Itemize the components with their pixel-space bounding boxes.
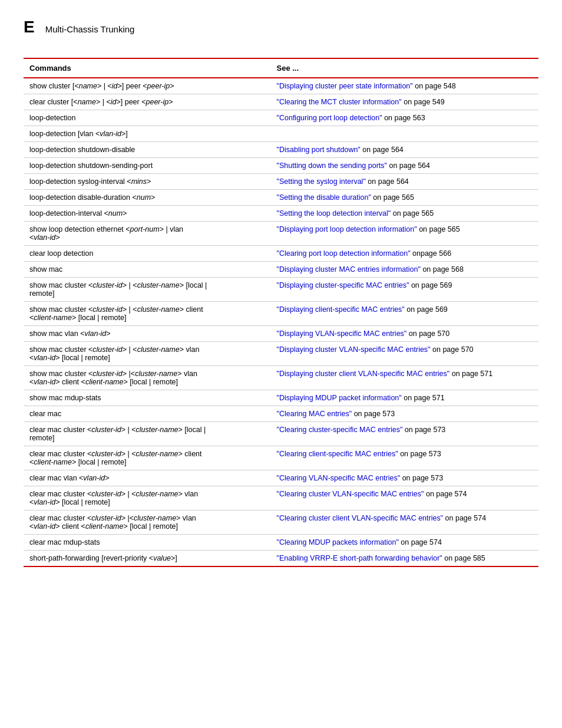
see-cell: "Displaying MDUP packet information" on …	[271, 390, 538, 406]
see-link[interactable]: "Clearing client-specific MAC entries"	[277, 450, 398, 458]
see-link[interactable]: "Setting the disable duration"	[277, 193, 371, 202]
table-row: show mac cluster <cluster-id> | <cluster…	[24, 342, 538, 366]
table-row: loop-detection"Configuring port loop det…	[24, 110, 538, 126]
see-link[interactable]: "Clearing cluster-specific MAC entries"	[277, 426, 403, 434]
command-cell: show mac vlan <vlan-id>	[24, 326, 271, 342]
see-link[interactable]: "Displaying cluster MAC entries informat…	[277, 265, 421, 274]
table-row: clear mac vlan <vlan-id>"Clearing VLAN-s…	[24, 470, 538, 486]
table-row: clear mac cluster <cluster-id> |<cluster…	[24, 510, 538, 535]
see-link[interactable]: "Enabling VRRP-E short-path forwarding b…	[277, 554, 442, 562]
table-row: short-path-forwarding [revert-priority <…	[24, 551, 538, 567]
see-link[interactable]: "Clearing cluster client VLAN-specific M…	[277, 514, 444, 522]
see-cell: "Enabling VRRP-E short-path forwarding b…	[271, 551, 538, 567]
see-cell: "Setting the syslog interval" on page 56…	[271, 174, 538, 190]
table-header: Commands See ...	[24, 58, 538, 78]
see-link[interactable]: "Clearing cluster VLAN-specific MAC entr…	[277, 490, 424, 498]
command-cell: clear mac cluster <cluster-id> | <cluste…	[24, 422, 271, 446]
see-cell: "Clearing cluster VLAN-specific MAC entr…	[271, 486, 538, 510]
table-row: loop-detection [vlan <vlan-id>]	[24, 126, 538, 142]
command-cell: loop-detection shutdown-disable	[24, 142, 271, 158]
command-cell: clear mac	[24, 406, 271, 422]
table-row: show cluster [<name> | <id>] peer <peer-…	[24, 78, 538, 94]
see-link[interactable]: "Displaying cluster VLAN-specific MAC en…	[277, 345, 431, 354]
see-cell: "Clearing MDUP packets information" on p…	[271, 535, 538, 551]
col-see-header: See ...	[271, 58, 538, 78]
table-row: show mac cluster <cluster-id> |<cluster-…	[24, 366, 538, 390]
see-cell: "Clearing the MCT cluster information" o…	[271, 94, 538, 110]
chapter-letter: E	[24, 18, 35, 37]
see-cell: "Setting the loop detection interval" on…	[271, 206, 538, 222]
see-link[interactable]: "Clearing port loop detection informatio…	[277, 249, 411, 258]
see-link[interactable]: "Clearing MAC entries"	[277, 410, 352, 418]
see-cell: "Configuring port loop detection" on pag…	[271, 110, 538, 126]
table-row: clear mac cluster <cluster-id> | <cluste…	[24, 446, 538, 470]
commands-table: Commands See ... show cluster [<name> | …	[24, 58, 538, 567]
see-cell: "Displaying cluster-specific MAC entries…	[271, 278, 538, 302]
see-cell	[271, 126, 538, 142]
table-row: show mac cluster <cluster-id> | <cluster…	[24, 302, 538, 326]
command-cell: clear mac cluster <cluster-id> | <cluste…	[24, 486, 271, 510]
command-cell: loop-detection	[24, 110, 271, 126]
see-link[interactable]: "Setting the syslog interval"	[277, 177, 366, 186]
table-row: show mac mdup-stats"Displaying MDUP pack…	[24, 390, 538, 406]
see-cell: "Displaying cluster client VLAN-specific…	[271, 366, 538, 390]
table-body: show cluster [<name> | <id>] peer <peer-…	[24, 78, 538, 566]
see-link[interactable]: "Displaying client-specific MAC entries"	[277, 305, 405, 314]
see-link[interactable]: "Shutting down the sending ports"	[277, 162, 387, 170]
table-row: show mac"Displaying cluster MAC entries …	[24, 262, 538, 278]
see-cell: "Disabling port shutdown" on page 564	[271, 142, 538, 158]
see-cell: "Clearing VLAN-specific MAC entries" on …	[271, 470, 538, 486]
see-link[interactable]: "Clearing VLAN-specific MAC entries"	[277, 474, 401, 482]
see-cell: "Clearing client-specific MAC entries" o…	[271, 446, 538, 470]
table-row: loop-detection disable-duration <num>"Se…	[24, 190, 538, 206]
command-cell: show mac	[24, 262, 271, 278]
command-cell: show loop detection ethernet <port-num> …	[24, 222, 271, 246]
see-cell: "Clearing MAC entries" on page 573	[271, 406, 538, 422]
see-cell: "Clearing cluster-specific MAC entries" …	[271, 422, 538, 446]
see-link[interactable]: "Displaying MDUP packet information"	[277, 394, 402, 402]
see-cell: "Clearing port loop detection informatio…	[271, 246, 538, 262]
table-row: loop-detection shutdown-sending-port"Shu…	[24, 158, 538, 174]
see-link[interactable]: "Clearing MDUP packets information"	[277, 538, 399, 546]
see-link[interactable]: "Displaying cluster peer state informati…	[277, 82, 413, 90]
chapter-title: Multi-Chassis Trunking	[45, 24, 135, 34]
see-link[interactable]: "Clearing the MCT cluster information"	[277, 98, 402, 106]
command-cell: show mac mdup-stats	[24, 390, 271, 406]
see-cell: "Displaying VLAN-specific MAC entries" o…	[271, 326, 538, 342]
see-link[interactable]: "Configuring port loop detection"	[277, 114, 382, 122]
see-cell: "Displaying port loop detection informat…	[271, 222, 538, 246]
command-cell: loop-detection disable-duration <num>	[24, 190, 271, 206]
see-link[interactable]: "Disabling port shutdown"	[277, 146, 361, 154]
see-cell: "Displaying client-specific MAC entries"…	[271, 302, 538, 326]
command-cell: clear loop detection	[24, 246, 271, 262]
see-link[interactable]: "Setting the loop detection interval"	[277, 209, 391, 218]
command-cell: loop-detection syslog-interval <mins>	[24, 174, 271, 190]
table-row: loop-detection shutdown-disable"Disablin…	[24, 142, 538, 158]
see-cell: "Displaying cluster VLAN-specific MAC en…	[271, 342, 538, 366]
table-row: clear loop detection"Clearing port loop …	[24, 246, 538, 262]
command-cell: show cluster [<name> | <id>] peer <peer-…	[24, 78, 271, 94]
command-cell: short-path-forwarding [revert-priority <…	[24, 551, 271, 567]
see-link[interactable]: "Displaying cluster client VLAN-specific…	[277, 370, 450, 378]
command-cell: show mac cluster <cluster-id> | <cluster…	[24, 278, 271, 302]
table-row: loop-detection syslog-interval <mins>"Se…	[24, 174, 538, 190]
table-row: show mac cluster <cluster-id> | <cluster…	[24, 278, 538, 302]
see-cell: "Clearing cluster client VLAN-specific M…	[271, 510, 538, 535]
see-link[interactable]: "Displaying cluster-specific MAC entries…	[277, 281, 409, 289]
command-cell: show mac cluster <cluster-id> | <cluster…	[24, 342, 271, 366]
table-row: clear mac"Clearing MAC entries" on page …	[24, 406, 538, 422]
see-cell: "Displaying cluster peer state informati…	[271, 78, 538, 94]
table-row: loop-detection-interval <num>"Setting th…	[24, 206, 538, 222]
see-link[interactable]: "Displaying VLAN-specific MAC entries"	[277, 330, 407, 338]
table-row: clear cluster [<name> | <id>] peer <peer…	[24, 94, 538, 110]
command-cell: clear mac cluster <cluster-id> |<cluster…	[24, 510, 271, 535]
table-row: show loop detection ethernet <port-num> …	[24, 222, 538, 246]
command-cell: show mac cluster <cluster-id> | <cluster…	[24, 302, 271, 326]
see-link[interactable]: "Displaying port loop detection informat…	[277, 225, 417, 233]
see-cell: "Setting the disable duration" on page 5…	[271, 190, 538, 206]
command-cell: loop-detection shutdown-sending-port	[24, 158, 271, 174]
page-header: E Multi-Chassis Trunking	[24, 18, 538, 37]
table-row: clear mac mdup-stats"Clearing MDUP packe…	[24, 535, 538, 551]
col-commands-header: Commands	[24, 58, 271, 78]
command-cell: clear mac vlan <vlan-id>	[24, 470, 271, 486]
